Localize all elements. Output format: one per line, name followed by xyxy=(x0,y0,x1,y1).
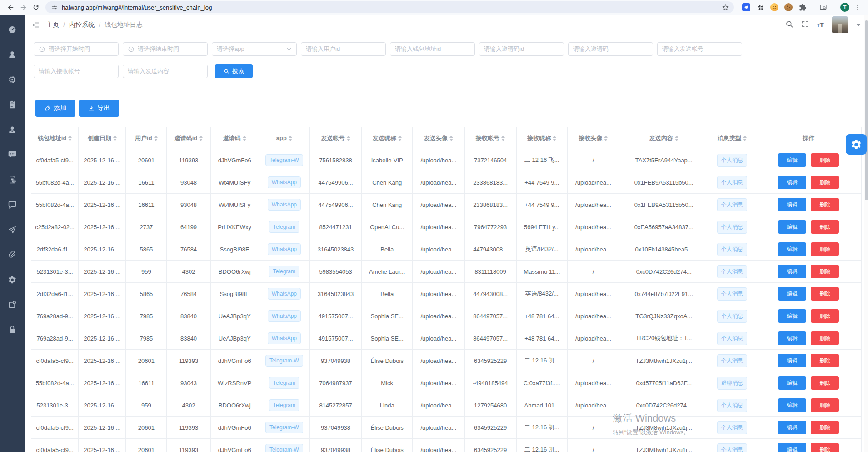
delete-button[interactable]: 删除 xyxy=(811,443,839,452)
edit-button[interactable]: 编辑 xyxy=(778,398,806,412)
add-button[interactable]: 添加 xyxy=(35,100,75,117)
delete-button[interactable]: 删除 xyxy=(811,153,839,167)
chat-dots-icon[interactable] xyxy=(8,150,17,159)
edit-button[interactable]: 编辑 xyxy=(778,376,806,390)
kebab-menu-icon[interactable] xyxy=(852,1,863,13)
edit-button[interactable]: 编辑 xyxy=(778,176,806,189)
filter-input-1-3[interactable]: 请输入用户id xyxy=(301,42,386,56)
sort-icon[interactable] xyxy=(398,136,402,141)
col-header-recv_nick[interactable]: 接收昵称 xyxy=(516,127,567,149)
telegram-extension-icon[interactable] xyxy=(742,3,750,11)
edit-button[interactable]: 编辑 xyxy=(778,354,806,367)
filter-input-1-1[interactable]: 请选择结束时间 xyxy=(123,42,208,56)
sort-icon[interactable] xyxy=(289,136,292,141)
col-header-send_nick[interactable]: 发送昵称 xyxy=(362,127,413,149)
user-icon[interactable] xyxy=(8,50,17,59)
profile-avatar[interactable]: T xyxy=(839,1,851,13)
search-icon[interactable] xyxy=(785,20,793,30)
col-header-user_id[interactable]: 用户id xyxy=(126,127,167,149)
sort-icon[interactable] xyxy=(243,136,246,141)
edit-button[interactable]: 编辑 xyxy=(778,443,806,452)
back-arrow-icon[interactable] xyxy=(5,1,16,13)
chat-icon[interactable] xyxy=(8,200,17,209)
col-header-msg_type[interactable]: 消息类型 xyxy=(708,127,756,149)
sort-icon[interactable] xyxy=(501,136,505,141)
qr-code-extension-icon[interactable] xyxy=(756,3,764,11)
delete-button[interactable]: 删除 xyxy=(811,287,839,301)
sort-icon[interactable] xyxy=(68,136,72,141)
document-check-icon[interactable] xyxy=(8,175,17,184)
bookmark-star-icon[interactable] xyxy=(721,3,729,11)
fullscreen-icon[interactable] xyxy=(801,20,809,30)
col-header-recv_avatar[interactable]: 接收头像 xyxy=(567,127,619,149)
col-header-recv_account[interactable]: 接收帐号 xyxy=(464,127,516,149)
sort-icon[interactable] xyxy=(604,136,608,141)
refresh-icon[interactable] xyxy=(30,1,42,13)
box-icon[interactable] xyxy=(8,300,17,309)
col-header-send_avatar[interactable]: 发送头像 xyxy=(413,127,464,149)
filter-input-1-7[interactable]: 请输入发送帐号 xyxy=(657,42,742,56)
sort-icon[interactable] xyxy=(743,136,747,141)
chevron-down-icon[interactable] xyxy=(856,24,861,26)
filter-input-1-6[interactable]: 请输入邀请码 xyxy=(568,42,653,56)
emoji-extension-icon[interactable] xyxy=(770,3,778,11)
delete-button[interactable]: 删除 xyxy=(811,265,839,278)
edit-button[interactable]: 编辑 xyxy=(778,331,806,345)
page-scrollbar[interactable] xyxy=(864,15,868,452)
delete-button[interactable]: 删除 xyxy=(811,376,839,390)
table-settings-button[interactable] xyxy=(846,134,867,155)
col-header-content[interactable]: 发送内容 xyxy=(619,127,708,149)
col-header-wallet_id[interactable]: 钱包地址id xyxy=(31,127,79,149)
clipboard-icon[interactable] xyxy=(8,100,17,109)
send-icon[interactable] xyxy=(8,225,17,234)
sort-icon[interactable] xyxy=(154,136,158,141)
edit-button[interactable]: 编辑 xyxy=(778,265,806,278)
filter-input-1-4[interactable]: 请输入钱包地址id xyxy=(390,42,475,56)
sort-icon[interactable] xyxy=(449,136,453,141)
edit-button[interactable]: 编辑 xyxy=(778,153,806,167)
filter-input-1-0[interactable]: 请选择开始时间 xyxy=(34,42,119,56)
breadcrumb-internal[interactable]: 内控系统 xyxy=(69,21,95,29)
font-size-icon[interactable]: TT xyxy=(817,21,824,29)
dashboard-icon[interactable] xyxy=(8,25,17,34)
link-icon[interactable] xyxy=(8,250,17,259)
delete-button[interactable]: 删除 xyxy=(811,398,839,412)
gear-icon[interactable] xyxy=(8,275,17,284)
cookie-extension-icon[interactable] xyxy=(784,3,793,11)
puzzle-extensions-icon[interactable] xyxy=(798,3,807,11)
sort-icon[interactable] xyxy=(347,136,350,141)
sort-icon[interactable] xyxy=(553,136,556,141)
edit-button[interactable]: 编辑 xyxy=(778,220,806,234)
address-bar[interactable]: haiwang.app/miwang#/internal/user_sensit… xyxy=(45,1,734,13)
url-text[interactable]: haiwang.app/miwang#/internal/user_sensit… xyxy=(62,4,718,11)
delete-button[interactable]: 删除 xyxy=(811,220,839,234)
edit-button[interactable]: 编辑 xyxy=(778,242,806,256)
site-settings-icon[interactable] xyxy=(50,3,58,11)
sort-icon[interactable] xyxy=(199,136,203,141)
delete-button[interactable]: 删除 xyxy=(811,309,839,323)
scrollbar-thumb[interactable] xyxy=(865,20,868,200)
lock-icon[interactable] xyxy=(8,325,17,334)
filter-input-2-0[interactable]: 请输入接收帐号 xyxy=(34,65,119,78)
delete-button[interactable]: 删除 xyxy=(811,331,839,345)
edit-button[interactable]: 编辑 xyxy=(778,309,806,323)
delete-button[interactable]: 删除 xyxy=(811,198,839,211)
filter-input-1-5[interactable]: 请输入邀请码id xyxy=(479,42,564,56)
col-header-app[interactable]: app xyxy=(259,127,309,149)
edit-button[interactable]: 编辑 xyxy=(778,287,806,301)
col-header-created[interactable]: 创建日期 xyxy=(79,127,126,149)
devtools-icon[interactable] xyxy=(819,3,827,11)
col-header-invite_id[interactable]: 邀请码id xyxy=(167,127,210,149)
delete-button[interactable]: 删除 xyxy=(811,354,839,367)
chip-icon[interactable] xyxy=(8,75,17,84)
export-button[interactable]: 导出 xyxy=(79,100,119,117)
agent-icon[interactable] xyxy=(8,125,17,134)
col-header-invite_code[interactable]: 邀请码 xyxy=(210,127,259,149)
col-header-send_account[interactable]: 发送帐号 xyxy=(309,127,361,149)
sort-icon[interactable] xyxy=(675,136,678,141)
delete-button[interactable]: 删除 xyxy=(811,421,839,434)
sort-icon[interactable] xyxy=(113,136,117,141)
filter-input-2-1[interactable]: 请输入发送内容 xyxy=(123,65,208,78)
collapse-menu-icon[interactable] xyxy=(32,21,40,29)
breadcrumb-home[interactable]: 主页 xyxy=(46,21,59,29)
